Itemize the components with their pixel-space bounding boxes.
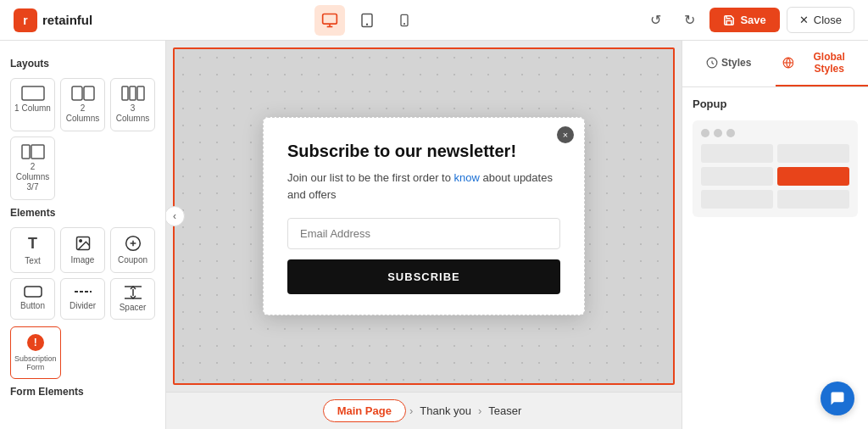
popup-section-title: Popup [693, 98, 858, 110]
save-icon [723, 14, 735, 26]
dot-2 [714, 129, 722, 137]
layouts-grid: 1 Column 2 Columns 3 Columns 2 Columns 3… [10, 78, 155, 200]
dot-1 [701, 129, 709, 137]
layout-3col[interactable]: 3 Columns [110, 78, 155, 131]
collapse-sidebar-button[interactable]: ‹ [166, 206, 185, 226]
preview-block-3 [701, 190, 773, 209]
preview-dots [701, 129, 849, 137]
close-button[interactable]: ✕ Close [787, 7, 854, 33]
coupon-icon [125, 235, 142, 252]
left-sidebar: Layouts 1 Column 2 Columns 3 Columns 2 C… [0, 41, 166, 429]
tablet-view-button[interactable] [352, 5, 382, 36]
element-button[interactable]: Button [10, 278, 55, 320]
tab-global-styles[interactable]: Global Styles [776, 41, 869, 86]
logo-icon: r [14, 8, 37, 32]
svg-rect-0 [323, 14, 337, 24]
preview-col-left [701, 144, 773, 209]
subscription-form-icon: ! [27, 334, 44, 351]
element-coupon[interactable]: Coupon [110, 227, 155, 273]
main-layout: Layouts 1 Column 2 Columns 3 Columns 2 C… [0, 41, 868, 429]
preview-col-right [777, 144, 849, 209]
popup-preview [693, 120, 858, 217]
tablet-icon [359, 13, 375, 28]
preview-block-2 [701, 167, 773, 186]
popup-title: Subscribe to our newsletter! [287, 142, 560, 161]
tab-styles[interactable]: Styles [682, 41, 776, 86]
layout-2col-label: 2 Columns [64, 103, 101, 124]
svg-rect-7 [22, 86, 44, 100]
preview-block-orange [777, 167, 849, 186]
elements-section-title: Elements [10, 207, 155, 219]
desktop-icon [321, 12, 338, 29]
mobile-icon [398, 14, 411, 27]
teaser-page-link[interactable]: Teaser [485, 401, 525, 421]
image-icon [75, 235, 92, 252]
svg-rect-8 [72, 86, 82, 100]
2col-icon [71, 86, 95, 101]
email-input[interactable] [287, 218, 560, 249]
button-icon [24, 286, 42, 298]
topbar-right: ↺ ↻ Save ✕ Close [642, 7, 854, 34]
text-icon: T [28, 235, 37, 253]
popup-desc-link: know [454, 171, 480, 184]
layout-2col-37-label: 2 Columns 3/7 [14, 162, 51, 192]
image-label: Image [71, 255, 95, 265]
popup-modal: × Subscribe to our newsletter! Join our … [263, 117, 585, 315]
svg-rect-9 [84, 86, 94, 100]
mobile-view-button[interactable] [389, 5, 420, 36]
svg-rect-13 [22, 145, 30, 159]
desktop-view-button[interactable] [314, 5, 345, 36]
dot-3 [726, 129, 735, 137]
save-button[interactable]: Save [709, 8, 779, 32]
main-page-tab[interactable]: Main Page [323, 399, 406, 422]
right-panel-content: Popup [682, 87, 868, 227]
topbar-center [314, 5, 420, 36]
page-arrow-1: › [409, 404, 413, 417]
element-image[interactable]: Image [60, 227, 105, 273]
topbar-left: r retainful [14, 8, 92, 32]
logo-text: retainful [42, 13, 92, 27]
text-label: Text [25, 256, 40, 265]
subscription-form-grid: ! Subscription Form [10, 326, 155, 379]
popup-close-button[interactable]: × [557, 126, 574, 143]
button-label: Button [20, 301, 45, 310]
svg-rect-12 [137, 86, 144, 100]
page-arrow-2: › [478, 404, 481, 417]
global-styles-icon [782, 57, 794, 69]
preview-grid [701, 144, 849, 209]
preview-block-4 [777, 144, 849, 163]
layout-3col-label: 3 Columns [114, 103, 151, 124]
divider-icon [74, 286, 92, 298]
popup-description: Join our list to be the first order to k… [287, 170, 560, 203]
element-spacer[interactable]: Spacer [110, 278, 155, 320]
layout-2col[interactable]: 2 Columns [60, 78, 105, 131]
subscribe-button[interactable]: SUBSCRIBE [287, 259, 560, 294]
svg-rect-20 [25, 287, 42, 297]
undo-button[interactable]: ↺ [642, 7, 669, 34]
redo-button[interactable]: ↻ [676, 7, 703, 34]
chat-icon [829, 390, 846, 407]
element-subscription-form[interactable]: ! Subscription Form [10, 326, 61, 379]
layouts-section-title: Layouts [10, 58, 155, 70]
spacer-icon [124, 286, 142, 299]
element-text[interactable]: T Text [10, 227, 55, 273]
elements-grid: T Text Image Coupon Button Divider Sp [10, 227, 155, 320]
preview-block-5 [777, 190, 849, 209]
canvas-area: ‹ × Subscribe to our newsletter! Join ou… [166, 41, 682, 429]
spacer-label: Spacer [120, 303, 147, 312]
pages-bar: Main Page › Thank you › Teaser [166, 392, 682, 429]
thank-you-page-link[interactable]: Thank you [416, 401, 475, 421]
right-panel-tabs: Styles Global Styles [682, 41, 868, 87]
styles-icon [706, 57, 718, 69]
1col-icon [21, 86, 45, 101]
subscription-form-label: Subscription Form [14, 354, 57, 371]
layout-2col-37[interactable]: 2 Columns 3/7 [10, 136, 55, 200]
element-divider[interactable]: Divider [60, 278, 105, 320]
layout-1col-label: 1 Column [14, 103, 51, 114]
form-elements-title: Form Elements [10, 386, 155, 398]
chat-bubble[interactable] [821, 382, 854, 415]
svg-rect-10 [122, 86, 128, 100]
layout-1col[interactable]: 1 Column [10, 78, 55, 131]
3col-icon [121, 86, 145, 101]
divider-label: Divider [70, 301, 96, 310]
